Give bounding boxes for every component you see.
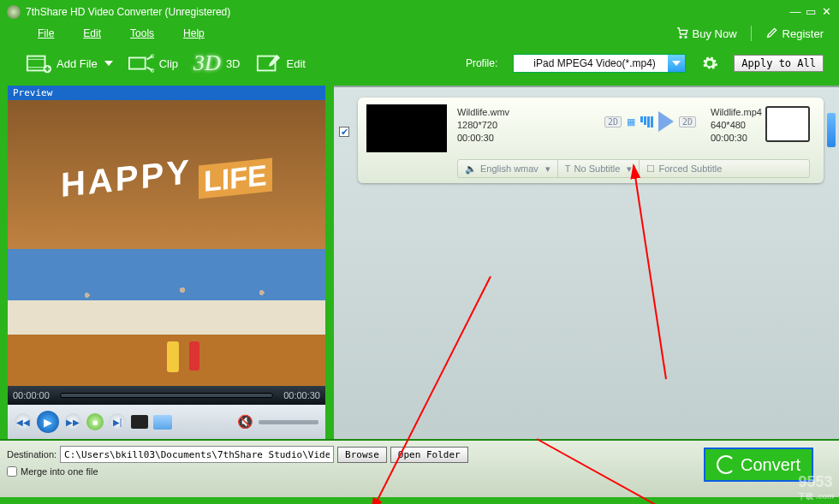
film-add-icon bbox=[26, 52, 51, 74]
dest-info: Wildlife.mp4 640*480 00:00:30 bbox=[711, 106, 762, 145]
chevron-down-icon bbox=[668, 55, 685, 72]
snapshot-folder-button[interactable] bbox=[153, 415, 172, 430]
app-icon bbox=[7, 5, 21, 19]
subtitle-dropdown[interactable]: TNo Subtitle▾ bbox=[558, 160, 640, 177]
subtitle-label: No Subtitle bbox=[574, 163, 621, 174]
badge-2d-source: 2D bbox=[604, 116, 622, 127]
close-button[interactable]: ✕ bbox=[820, 6, 832, 18]
settings-button[interactable] bbox=[701, 55, 718, 72]
minimize-button[interactable]: — bbox=[789, 6, 801, 18]
film-edit-icon bbox=[256, 52, 282, 74]
dest-duration: 00:00:30 bbox=[711, 132, 762, 145]
merge-label: Merge into one file bbox=[21, 466, 98, 477]
profile-value: iPad MPEG4 Video(*.mp4) bbox=[531, 57, 668, 69]
preview-panel: Preview HAPPY LIFE 00:00:00 00:00:30 ◀◀ … bbox=[8, 86, 325, 439]
watermark-sub: 下载 .com bbox=[798, 491, 834, 502]
volume-slider[interactable] bbox=[259, 420, 318, 424]
3d-button[interactable]: 3D 3D bbox=[193, 50, 240, 76]
buy-now-label: Buy Now bbox=[693, 27, 737, 40]
next-button[interactable]: ▶▶ bbox=[64, 413, 81, 430]
svg-point-1 bbox=[685, 36, 687, 38]
preview-text-happy: HAPPY bbox=[61, 152, 192, 205]
dest-resolution: 640*480 bbox=[711, 119, 762, 132]
menu-file[interactable]: File bbox=[38, 27, 54, 39]
add-file-button[interactable]: Add File bbox=[26, 52, 113, 74]
profile-dropdown[interactable]: ▭ iPad MPEG4 Video(*.mp4) bbox=[513, 54, 686, 73]
forced-subtitle-label: Forced Subtitle bbox=[658, 163, 722, 174]
3d-label: 3D bbox=[226, 57, 241, 70]
source-duration: 00:00:30 bbox=[457, 132, 509, 145]
pen-icon bbox=[765, 26, 779, 42]
edit-button[interactable]: Edit bbox=[256, 52, 306, 74]
speaker-icon: 🔈 bbox=[465, 163, 477, 175]
register-label: Register bbox=[782, 27, 824, 40]
profile-label: Profile: bbox=[466, 57, 497, 69]
clip-button[interactable]: Clip bbox=[128, 52, 178, 74]
mute-icon[interactable]: 🔇 bbox=[237, 414, 253, 430]
time-total: 00:00:30 bbox=[283, 390, 320, 400]
audio-track-dropdown[interactable]: 🔈English wmav▾ bbox=[458, 160, 558, 177]
watermark: 9553 下载 .com bbox=[798, 473, 834, 502]
open-folder-button[interactable]: Open Folder bbox=[390, 447, 468, 463]
snapshot-button[interactable] bbox=[131, 415, 148, 429]
menu-edit[interactable]: Edit bbox=[83, 27, 101, 39]
preview-image: HAPPY LIFE bbox=[8, 100, 325, 386]
chevron-down-icon bbox=[104, 61, 113, 66]
scrollbar-thumb[interactable] bbox=[827, 113, 836, 147]
merge-checkbox[interactable] bbox=[7, 466, 17, 477]
source-resolution: 1280*720 bbox=[457, 119, 509, 132]
device-icon: ▭ bbox=[514, 58, 531, 69]
window-title: 7thShare HD Video Converter (Unregistere… bbox=[26, 6, 789, 18]
preview-title: Preview bbox=[8, 86, 325, 100]
cart-icon bbox=[675, 26, 689, 42]
step-button[interactable]: ▶| bbox=[109, 413, 126, 430]
play-button[interactable]: ▶ bbox=[37, 411, 59, 433]
stop-button[interactable]: ■ bbox=[86, 413, 104, 430]
list-item[interactable]: ✔ Wildlife.wmv 1280*720 00:00:30 2D ▦ 2D… bbox=[358, 98, 824, 183]
source-name: Wildlife.wmv bbox=[457, 106, 509, 119]
destination-label: Destination: bbox=[7, 449, 57, 460]
svg-point-0 bbox=[680, 36, 681, 38]
seek-slider[interactable] bbox=[60, 393, 273, 398]
dest-thumbnail bbox=[765, 106, 810, 142]
clip-icon bbox=[128, 52, 154, 74]
checkbox-icon: ☐ bbox=[646, 163, 655, 175]
file-list-panel: ✔ Wildlife.wmv 1280*720 00:00:30 2D ▦ 2D… bbox=[334, 86, 839, 439]
convert-button[interactable]: Convert bbox=[704, 448, 813, 482]
svg-rect-8 bbox=[129, 57, 146, 68]
browse-button[interactable]: Browse bbox=[337, 447, 387, 463]
clip-label: Clip bbox=[159, 57, 178, 70]
bars-icon bbox=[640, 116, 653, 127]
maximize-button[interactable]: ▭ bbox=[805, 6, 817, 18]
menu-tools[interactable]: Tools bbox=[130, 27, 154, 39]
menu-help[interactable]: Help bbox=[183, 27, 205, 39]
add-file-label: Add File bbox=[57, 57, 98, 70]
subtitle-icon: T bbox=[565, 163, 571, 174]
buy-now-link[interactable]: Buy Now bbox=[675, 26, 737, 42]
divider bbox=[751, 26, 752, 41]
svg-rect-2 bbox=[27, 56, 45, 71]
prev-button[interactable]: ◀◀ bbox=[15, 413, 32, 430]
3d-icon: 3D bbox=[193, 50, 221, 76]
arrow-right-icon bbox=[658, 111, 674, 132]
source-info: Wildlife.wmv 1280*720 00:00:30 bbox=[457, 106, 509, 145]
convert-label: Convert bbox=[741, 455, 800, 475]
register-link[interactable]: Register bbox=[765, 26, 824, 42]
source-thumbnail bbox=[366, 104, 447, 152]
audio-track-label: English wmav bbox=[480, 163, 539, 174]
badge-2d-dest: 2D bbox=[679, 116, 696, 127]
item-checkbox[interactable]: ✔ bbox=[339, 127, 349, 137]
edit-label: Edit bbox=[287, 57, 306, 70]
preview-text-life: LIFE bbox=[199, 158, 272, 199]
dest-name: Wildlife.mp4 bbox=[711, 106, 762, 119]
forced-subtitle-toggle[interactable]: ☐Forced Subtitle bbox=[640, 160, 729, 177]
destination-input[interactable] bbox=[60, 446, 334, 463]
time-elapsed: 00:00:00 bbox=[13, 390, 50, 400]
apply-to-all-button[interactable]: Apply to All bbox=[734, 55, 824, 72]
grid-icon: ▦ bbox=[627, 116, 635, 127]
watermark-main: 9553 bbox=[798, 473, 832, 490]
